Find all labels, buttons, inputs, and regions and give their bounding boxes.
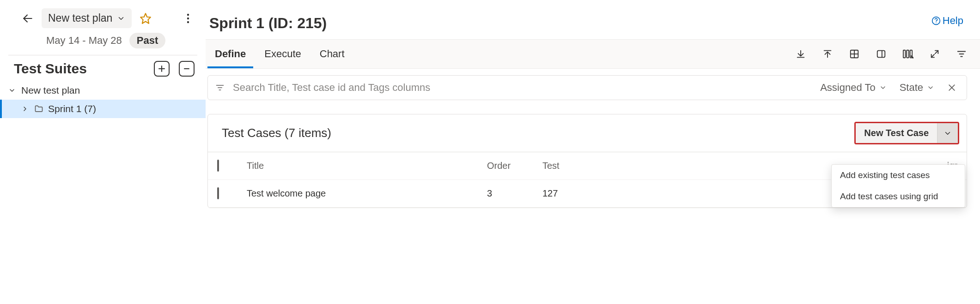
svg-line-23 (931, 54, 934, 57)
fullscreen-icon[interactable] (929, 48, 940, 60)
new-test-case-split-button: New Test Case (854, 122, 959, 144)
clear-filter-icon[interactable] (944, 83, 959, 92)
side-panel-icon[interactable] (876, 48, 887, 60)
menu-add-existing[interactable]: Add existing test cases (832, 165, 965, 186)
add-suite-button[interactable] (154, 61, 170, 77)
test-cases-header: Test Cases (7 items) New Test Case (208, 114, 967, 152)
col-test[interactable]: Test (542, 161, 598, 171)
filter-assigned-to[interactable]: Assigned To (817, 82, 889, 94)
column-options-icon[interactable] (902, 48, 913, 60)
new-test-case-button[interactable]: New Test Case (856, 123, 937, 143)
chevron-down-icon (8, 87, 17, 94)
svg-rect-20 (907, 50, 909, 58)
folder-icon (34, 104, 43, 113)
sidebar-header: New test plan (0, 0, 206, 28)
import-icon[interactable] (822, 48, 833, 60)
tree-child-row[interactable]: Sprint 1 (7) (0, 100, 206, 118)
chevron-down-icon (879, 84, 887, 91)
row-order: 3 (487, 188, 542, 199)
test-cases-title: Test Cases (7 items) (222, 126, 331, 140)
chevron-right-icon (21, 105, 30, 113)
sidebar-subheader: May 14 - May 28 Past (0, 28, 206, 55)
plan-status-badge: Past (129, 33, 165, 48)
col-order[interactable]: Order (487, 161, 542, 171)
plan-date-range: May 14 - May 28 (46, 35, 122, 47)
svg-marker-1 (141, 13, 151, 24)
more-actions-icon[interactable] (179, 9, 197, 28)
grid-view-icon[interactable] (849, 48, 860, 60)
new-test-case-menu: Add existing test cases Add test cases u… (831, 164, 965, 208)
page-header: Sprint 1 (ID: 215) Help (206, 12, 980, 39)
collapse-suite-button[interactable] (179, 61, 195, 77)
help-icon (931, 16, 941, 25)
help-link[interactable]: Help (931, 15, 963, 27)
svg-rect-17 (877, 51, 885, 58)
filter-state-label: State (900, 82, 923, 94)
svg-rect-19 (903, 50, 906, 58)
tree-root-row[interactable]: New test plan (0, 81, 206, 100)
filter-lines-icon (215, 83, 225, 92)
new-test-case-dropdown[interactable] (937, 123, 958, 143)
row-test: 127 (542, 188, 598, 199)
test-suites-header: Test Suites (0, 59, 206, 78)
divider (8, 55, 197, 55)
back-icon[interactable] (18, 9, 37, 28)
tab-chart[interactable]: Chart (312, 40, 352, 68)
svg-point-9 (936, 23, 937, 24)
sidebar: New test plan May 14 - May 28 Past Test … (0, 0, 206, 304)
chevron-down-icon (117, 14, 125, 23)
tab-execute[interactable]: Execute (257, 40, 309, 68)
help-label: Help (943, 15, 963, 27)
tab-bar: Define Execute Chart (206, 39, 980, 69)
page-title: Sprint 1 (ID: 215) (209, 15, 327, 32)
svg-point-2 (187, 13, 189, 15)
test-plan-selector[interactable]: New test plan (42, 8, 132, 28)
menu-add-grid[interactable]: Add test cases using grid (832, 186, 965, 207)
suite-tree: New test plan Sprint 1 (7) (0, 78, 206, 118)
row-title: Test welcome page (247, 188, 487, 199)
col-title[interactable]: Title (247, 161, 487, 171)
search-input[interactable] (232, 81, 810, 94)
filter-assigned-to-label: Assigned To (820, 82, 875, 94)
filter-state[interactable]: State (897, 82, 937, 94)
chevron-down-icon (943, 129, 952, 137)
test-suites-title: Test Suites (14, 61, 87, 77)
filter-bar: Assigned To State (207, 75, 967, 100)
test-plan-name: New test plan (48, 12, 112, 24)
favorite-star-icon[interactable] (136, 9, 155, 28)
svg-line-22 (935, 51, 938, 54)
filter-icon[interactable] (956, 48, 967, 60)
svg-point-4 (187, 21, 189, 23)
chevron-down-icon (927, 84, 934, 91)
select-all-checkbox[interactable] (217, 160, 219, 172)
tree-root-label: New test plan (21, 85, 80, 96)
export-icon[interactable] (795, 48, 806, 60)
app-root: New test plan May 14 - May 28 Past Test … (0, 0, 980, 304)
main-content: Sprint 1 (ID: 215) Help Define Execute C… (206, 0, 980, 304)
row-checkbox[interactable] (217, 187, 219, 199)
svg-point-3 (187, 17, 189, 19)
tab-define[interactable]: Define (207, 40, 253, 68)
tree-child-label: Sprint 1 (7) (48, 103, 96, 114)
